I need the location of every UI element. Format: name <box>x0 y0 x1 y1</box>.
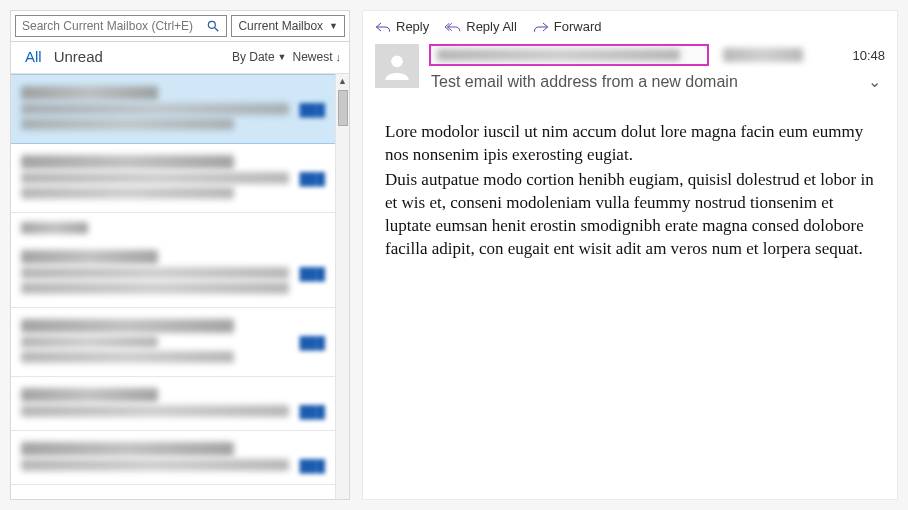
arrow-down-icon: ↓ <box>336 51 342 63</box>
chevron-down-icon: ▼ <box>278 52 287 62</box>
scroll-up-icon[interactable]: ▲ <box>338 74 347 88</box>
svg-point-0 <box>209 21 216 28</box>
body-paragraph: Lore modolor iuscil ut nim accum dolut l… <box>385 121 875 167</box>
sort-order-dropdown[interactable]: Newest ↓ <box>292 50 341 64</box>
sort-order-label: Newest <box>292 50 332 64</box>
body-paragraph: Duis autpatue modo cortion henibh eugiam… <box>385 169 875 261</box>
from-line: 10:48 <box>429 44 885 66</box>
svg-line-1 <box>215 28 219 32</box>
message-list-container: ███ ███ ███ <box>11 74 349 499</box>
forward-button[interactable]: Forward <box>533 19 602 34</box>
forward-label: Forward <box>554 19 602 34</box>
tab-unread[interactable]: Unread <box>48 46 109 67</box>
message-item[interactable]: ███ <box>11 144 335 213</box>
tab-all[interactable]: All <box>19 46 48 67</box>
message-header: 10:48 Test email with address from a new… <box>363 40 897 91</box>
chevron-down-icon: ▼ <box>329 21 338 31</box>
group-header <box>11 213 335 239</box>
message-item[interactable]: ███ <box>11 74 335 144</box>
svg-point-2 <box>391 56 403 68</box>
header-main: 10:48 Test email with address from a new… <box>429 44 885 91</box>
reply-all-icon <box>445 20 461 34</box>
app-root: Current Mailbox ▼ All Unread By Date ▼ N… <box>0 0 908 510</box>
message-item[interactable]: ███ <box>11 377 335 431</box>
subject-row: Test email with address from a new domai… <box>429 72 885 91</box>
received-time: 10:48 <box>852 48 885 63</box>
scroll-thumb[interactable] <box>338 90 348 126</box>
avatar <box>375 44 419 88</box>
search-input[interactable] <box>22 19 206 33</box>
scrollbar[interactable]: ▲ <box>335 74 349 499</box>
reply-label: Reply <box>396 19 429 34</box>
cc-redacted <box>723 48 803 62</box>
person-icon <box>383 52 411 80</box>
sort-by-label: By Date <box>232 50 275 64</box>
search-row: Current Mailbox ▼ <box>11 11 349 42</box>
filter-row: All Unread By Date ▼ Newest ↓ <box>11 42 349 74</box>
message-body: Lore modolor iuscil ut nim accum dolut l… <box>363 91 897 263</box>
sort-by-dropdown[interactable]: By Date ▼ <box>232 50 287 64</box>
message-actions: Reply Reply All Forward <box>363 11 897 40</box>
subject: Test email with address from a new domai… <box>429 73 864 91</box>
mailbox-panel: Current Mailbox ▼ All Unread By Date ▼ N… <box>10 10 350 500</box>
reply-all-label: Reply All <box>466 19 517 34</box>
reply-button[interactable]: Reply <box>375 19 429 34</box>
expand-header-button[interactable]: ⌄ <box>864 72 885 91</box>
reading-pane: Reply Reply All Forward 10:48 <box>362 10 898 500</box>
reply-all-button[interactable]: Reply All <box>445 19 517 34</box>
message-item[interactable]: ███ <box>11 431 335 485</box>
reply-icon <box>375 20 391 34</box>
from-address-highlight <box>429 44 709 66</box>
message-item[interactable]: ███ <box>11 239 335 308</box>
search-scope-dropdown[interactable]: Current Mailbox ▼ <box>231 15 345 37</box>
search-icon <box>206 19 220 33</box>
message-item[interactable]: ███ <box>11 308 335 377</box>
message-list: ███ ███ ███ <box>11 74 335 499</box>
forward-icon <box>533 20 549 34</box>
search-box[interactable] <box>15 15 227 37</box>
search-scope-label: Current Mailbox <box>238 19 323 33</box>
